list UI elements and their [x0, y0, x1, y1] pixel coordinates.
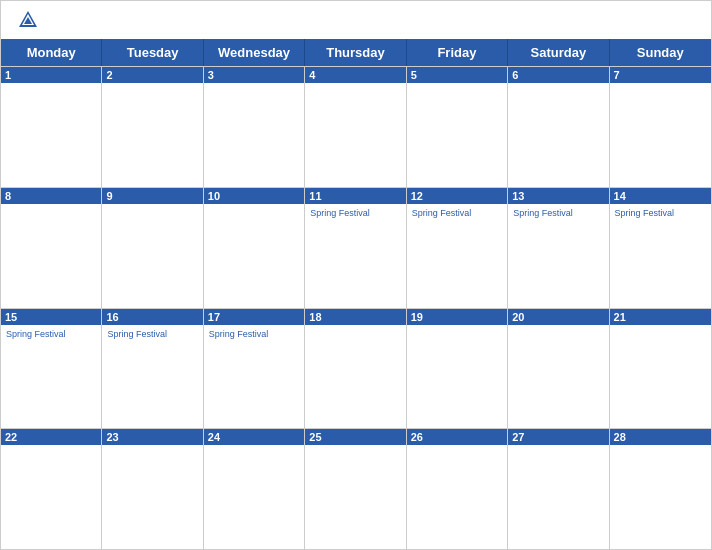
- day-number-4: 4: [305, 67, 405, 83]
- day-cell-8: 8: [1, 188, 102, 308]
- day-cell-27: 27: [508, 429, 609, 549]
- day-cell-11: 11Spring Festival: [305, 188, 406, 308]
- event-label: Spring Festival: [412, 208, 502, 220]
- event-label: Spring Festival: [310, 208, 400, 220]
- day-number-13: 13: [508, 188, 608, 204]
- day-cell-10: 10: [204, 188, 305, 308]
- day-cell-9: 9: [102, 188, 203, 308]
- event-label: Spring Festival: [6, 329, 96, 341]
- day-number-2: 2: [102, 67, 202, 83]
- day-number-25: 25: [305, 429, 405, 445]
- day-number-3: 3: [204, 67, 304, 83]
- day-number-21: 21: [610, 309, 711, 325]
- day-cell-17: 17Spring Festival: [204, 309, 305, 429]
- day-number-19: 19: [407, 309, 507, 325]
- day-number-20: 20: [508, 309, 608, 325]
- day-cell-1: 1: [1, 67, 102, 187]
- week-row-3: 15Spring Festival16Spring Festival17Spri…: [1, 308, 711, 429]
- day-number-14: 14: [610, 188, 711, 204]
- day-number-27: 27: [508, 429, 608, 445]
- day-header-tuesday: Tuesday: [102, 39, 203, 66]
- day-cell-20: 20: [508, 309, 609, 429]
- day-number-26: 26: [407, 429, 507, 445]
- week-row-1: 1234567: [1, 66, 711, 187]
- logo-icon: [17, 9, 39, 31]
- day-header-friday: Friday: [407, 39, 508, 66]
- day-number-12: 12: [407, 188, 507, 204]
- week-row-2: 891011Spring Festival12Spring Festival13…: [1, 187, 711, 308]
- day-cell-4: 4: [305, 67, 406, 187]
- day-cell-25: 25: [305, 429, 406, 549]
- day-number-6: 6: [508, 67, 608, 83]
- week-row-4: 22232425262728: [1, 428, 711, 549]
- day-header-saturday: Saturday: [508, 39, 609, 66]
- logo: [17, 9, 43, 31]
- weeks-container: 1234567891011Spring Festival12Spring Fes…: [1, 66, 711, 549]
- day-cell-21: 21: [610, 309, 711, 429]
- day-number-5: 5: [407, 67, 507, 83]
- day-number-11: 11: [305, 188, 405, 204]
- day-number-7: 7: [610, 67, 711, 83]
- day-number-10: 10: [204, 188, 304, 204]
- day-cell-15: 15Spring Festival: [1, 309, 102, 429]
- event-label: Spring Festival: [209, 329, 299, 341]
- day-number-16: 16: [102, 309, 202, 325]
- day-number-9: 9: [102, 188, 202, 204]
- calendar-header: [1, 1, 711, 39]
- day-header-monday: Monday: [1, 39, 102, 66]
- day-cell-14: 14Spring Festival: [610, 188, 711, 308]
- day-cell-13: 13Spring Festival: [508, 188, 609, 308]
- day-number-18: 18: [305, 309, 405, 325]
- day-cell-5: 5: [407, 67, 508, 187]
- day-cell-24: 24: [204, 429, 305, 549]
- day-number-23: 23: [102, 429, 202, 445]
- event-label: Spring Festival: [107, 329, 197, 341]
- day-number-15: 15: [1, 309, 101, 325]
- day-header-sunday: Sunday: [610, 39, 711, 66]
- day-cell-28: 28: [610, 429, 711, 549]
- day-cell-22: 22: [1, 429, 102, 549]
- event-label: Spring Festival: [513, 208, 603, 220]
- days-header: MondayTuesdayWednesdayThursdayFridaySatu…: [1, 39, 711, 66]
- day-header-thursday: Thursday: [305, 39, 406, 66]
- day-number-1: 1: [1, 67, 101, 83]
- day-cell-12: 12Spring Festival: [407, 188, 508, 308]
- day-cell-2: 2: [102, 67, 203, 187]
- day-number-8: 8: [1, 188, 101, 204]
- day-cell-7: 7: [610, 67, 711, 187]
- day-cell-16: 16Spring Festival: [102, 309, 203, 429]
- day-number-17: 17: [204, 309, 304, 325]
- day-number-28: 28: [610, 429, 711, 445]
- day-cell-6: 6: [508, 67, 609, 187]
- calendar-grid: MondayTuesdayWednesdayThursdayFridaySatu…: [1, 39, 711, 549]
- day-cell-19: 19: [407, 309, 508, 429]
- day-cell-23: 23: [102, 429, 203, 549]
- day-cell-3: 3: [204, 67, 305, 187]
- day-cell-18: 18: [305, 309, 406, 429]
- day-number-24: 24: [204, 429, 304, 445]
- calendar: MondayTuesdayWednesdayThursdayFridaySatu…: [0, 0, 712, 550]
- event-label: Spring Festival: [615, 208, 706, 220]
- day-cell-26: 26: [407, 429, 508, 549]
- day-header-wednesday: Wednesday: [204, 39, 305, 66]
- day-number-22: 22: [1, 429, 101, 445]
